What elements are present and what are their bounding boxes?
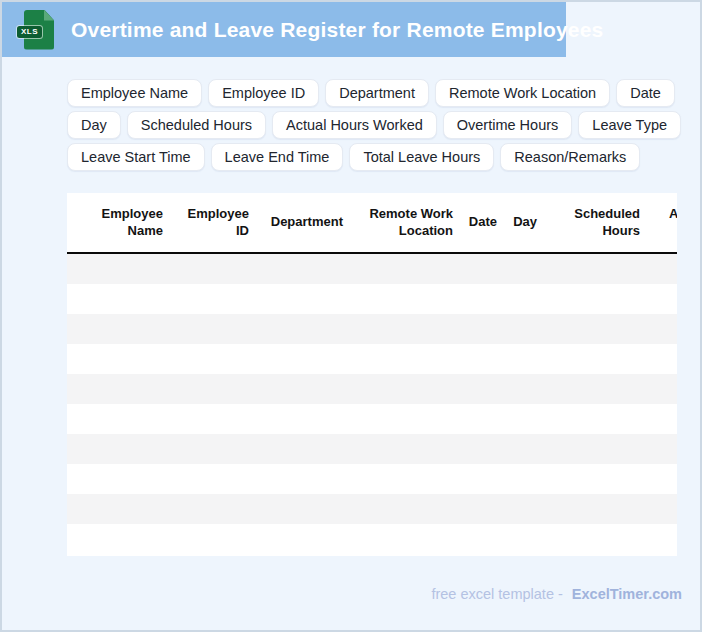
table-body bbox=[67, 254, 677, 554]
xls-file-icon: XLS bbox=[17, 9, 54, 51]
chip-date[interactable]: Date bbox=[616, 79, 675, 107]
table-row bbox=[67, 344, 677, 374]
table-header-row: Employee Name Employee ID Department Rem… bbox=[67, 193, 677, 254]
field-chip-list: Employee Name Employee ID Department Rem… bbox=[67, 79, 702, 171]
table-row bbox=[67, 524, 677, 554]
chip-employee-name[interactable]: Employee Name bbox=[67, 79, 202, 107]
xls-badge: XLS bbox=[17, 26, 42, 38]
col-header-employee-name: Employee Name bbox=[67, 193, 171, 252]
chip-remote-work-location[interactable]: Remote Work Location bbox=[435, 79, 610, 107]
table-row bbox=[67, 434, 677, 464]
table-row bbox=[67, 494, 677, 524]
col-header-day: Day bbox=[505, 193, 545, 252]
chip-leave-start-time[interactable]: Leave Start Time bbox=[67, 143, 205, 171]
register-table-card: Employee Name Employee ID Department Rem… bbox=[67, 193, 677, 556]
chip-leave-end-time[interactable]: Leave End Time bbox=[211, 143, 344, 171]
table-row bbox=[67, 284, 677, 314]
header-banner: XLS Overtime and Leave Register for Remo… bbox=[2, 2, 566, 57]
table-row bbox=[67, 374, 677, 404]
chip-employee-id[interactable]: Employee ID bbox=[208, 79, 319, 107]
col-header-remote-work-location: Remote Work Location bbox=[351, 193, 461, 252]
col-header-date: Date bbox=[461, 193, 505, 252]
register-table: Employee Name Employee ID Department Rem… bbox=[67, 193, 677, 252]
col-header-scheduled-hours: Scheduled Hours bbox=[545, 193, 648, 252]
footer: free excel template - ExcelTimer.com bbox=[431, 586, 682, 602]
footer-tagline: free excel template - bbox=[431, 586, 562, 602]
chip-actual-hours-worked[interactable]: Actual Hours Worked bbox=[272, 111, 437, 139]
template-preview-page: XLS Overtime and Leave Register for Remo… bbox=[0, 0, 702, 632]
table-row bbox=[67, 254, 677, 284]
footer-brand-link[interactable]: ExcelTimer.com bbox=[572, 586, 682, 602]
col-header-department: Department bbox=[257, 193, 351, 252]
table-row bbox=[67, 464, 677, 494]
chip-day[interactable]: Day bbox=[67, 111, 121, 139]
chip-overtime-hours[interactable]: Overtime Hours bbox=[443, 111, 573, 139]
chip-leave-type[interactable]: Leave Type bbox=[578, 111, 681, 139]
col-header-employee-id: Employee ID bbox=[171, 193, 257, 252]
chip-total-leave-hours[interactable]: Total Leave Hours bbox=[349, 143, 494, 171]
page-title: Overtime and Leave Register for Remote E… bbox=[71, 18, 603, 42]
chip-reason-remarks[interactable]: Reason/Remarks bbox=[500, 143, 640, 171]
table-row bbox=[67, 404, 677, 434]
col-header-actual-hours-worked: Actual Hours Worked bbox=[648, 193, 677, 252]
table-row bbox=[67, 314, 677, 344]
chip-scheduled-hours[interactable]: Scheduled Hours bbox=[127, 111, 266, 139]
chip-department[interactable]: Department bbox=[325, 79, 429, 107]
